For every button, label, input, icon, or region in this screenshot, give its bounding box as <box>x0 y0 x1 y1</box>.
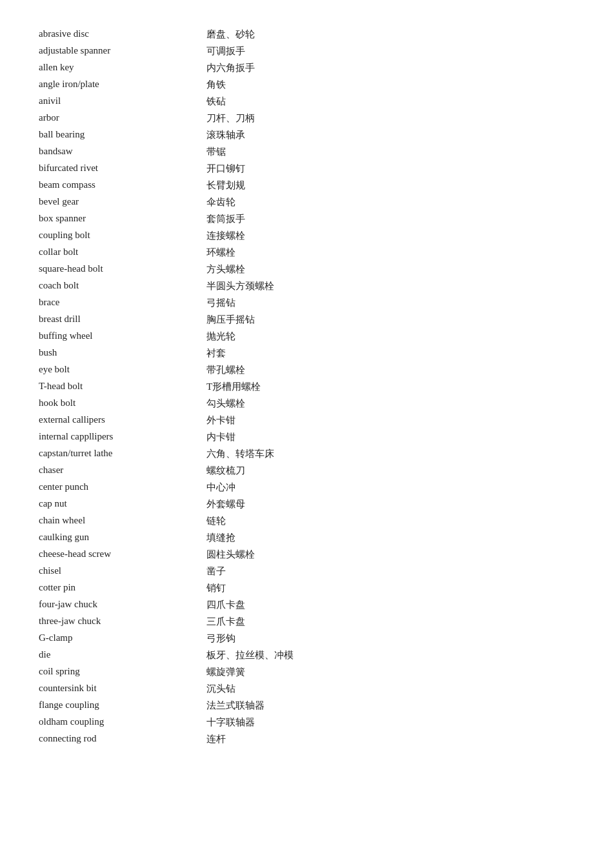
english-term: capstan/turret lathe <box>39 445 206 462</box>
english-term: abrasive disc <box>39 26 206 43</box>
english-term: cap nut <box>39 496 206 512</box>
list-item: die板牙、拉丝模、冲模 <box>39 647 574 663</box>
list-item: flange coupling法兰式联轴器 <box>39 697 574 714</box>
chinese-translation: 弓形钩 <box>206 630 574 647</box>
list-item: buffing wheel抛光轮 <box>39 328 574 345</box>
chinese-translation: 螺纹梳刀 <box>206 462 574 479</box>
english-term: allen key <box>39 59 206 76</box>
english-term: box spanner <box>39 210 206 227</box>
english-term: caulking gun <box>39 529 206 546</box>
chinese-translation: 外套螺母 <box>206 496 574 512</box>
list-item: cheese-head screw圆柱头螺栓 <box>39 546 574 563</box>
chinese-translation: 环螺栓 <box>206 244 574 261</box>
list-item: T-head boltT形槽用螺栓 <box>39 378 574 395</box>
english-term: arbor <box>39 110 206 126</box>
list-item: chisel凿子 <box>39 563 574 580</box>
list-item: coach bolt半圆头方颈螺栓 <box>39 278 574 294</box>
list-item: coupling bolt连接螺栓 <box>39 227 574 244</box>
list-item: arbor刀杆、刀柄 <box>39 110 574 126</box>
chinese-translation: 沉头钻 <box>206 680 574 697</box>
english-term: coach bolt <box>39 278 206 294</box>
chinese-translation: 连杆 <box>206 731 574 747</box>
english-term: brace <box>39 294 206 311</box>
list-item: anivil铁砧 <box>39 93 574 110</box>
list-item: ball bearing滚珠轴承 <box>39 126 574 143</box>
chinese-translation: 伞齿轮 <box>206 194 574 210</box>
english-term: hook bolt <box>39 395 206 412</box>
list-item: three-jaw chuck三爪卡盘 <box>39 613 574 630</box>
chinese-translation: 勾头螺栓 <box>206 395 574 412</box>
english-term: three-jaw chuck <box>39 613 206 630</box>
english-term: angle iron/plate <box>39 76 206 93</box>
list-item: box spanner套筒扳手 <box>39 210 574 227</box>
chinese-translation: 四爪卡盘 <box>206 596 574 613</box>
chinese-translation: 滚珠轴承 <box>206 126 574 143</box>
chinese-translation: 带孔螺栓 <box>206 361 574 378</box>
list-item: coil spring螺旋弹簧 <box>39 663 574 680</box>
english-term: eye bolt <box>39 361 206 378</box>
list-item: countersink bit沉头钻 <box>39 680 574 697</box>
chinese-translation: 长臂划规 <box>206 177 574 194</box>
chinese-translation: 方头螺栓 <box>206 261 574 278</box>
list-item: collar bolt环螺栓 <box>39 244 574 261</box>
list-item: bush衬套 <box>39 345 574 361</box>
english-term: coil spring <box>39 663 206 680</box>
chinese-translation: 十字联轴器 <box>206 714 574 731</box>
chinese-translation: 连接螺栓 <box>206 227 574 244</box>
list-item: four-jaw chuck四爪卡盘 <box>39 596 574 613</box>
chinese-translation: 弓摇钻 <box>206 294 574 311</box>
english-term: ball bearing <box>39 126 206 143</box>
english-term: bevel gear <box>39 194 206 210</box>
english-term: breast drill <box>39 311 206 328</box>
english-term: buffing wheel <box>39 328 206 345</box>
chinese-translation: 衬套 <box>206 345 574 361</box>
list-item: bifurcated rivet开口铆钉 <box>39 160 574 177</box>
chinese-translation: 螺旋弹簧 <box>206 663 574 680</box>
chinese-translation: 中心冲 <box>206 479 574 496</box>
list-item: oldham coupling十字联轴器 <box>39 714 574 731</box>
list-item: hook bolt勾头螺栓 <box>39 395 574 412</box>
chinese-translation: 抛光轮 <box>206 328 574 345</box>
chinese-translation: 法兰式联轴器 <box>206 697 574 714</box>
chinese-translation: 胸压手摇钻 <box>206 311 574 328</box>
english-term: coupling bolt <box>39 227 206 244</box>
english-term: anivil <box>39 93 206 110</box>
chinese-translation: 可调扳手 <box>206 43 574 59</box>
chinese-translation: 带锯 <box>206 143 574 160</box>
english-term: bush <box>39 345 206 361</box>
list-item: center punch中心冲 <box>39 479 574 496</box>
list-item: eye bolt带孔螺栓 <box>39 361 574 378</box>
chinese-translation: 板牙、拉丝模、冲模 <box>206 647 574 663</box>
chinese-translation: 三爪卡盘 <box>206 613 574 630</box>
english-term: external callipers <box>39 412 206 429</box>
list-item: cap nut外套螺母 <box>39 496 574 512</box>
list-item: breast drill胸压手摇钻 <box>39 311 574 328</box>
list-item: beam compass长臂划规 <box>39 177 574 194</box>
chinese-translation: 铁砧 <box>206 93 574 110</box>
list-item: abrasive disc磨盘、砂轮 <box>39 26 574 43</box>
list-item: capstan/turret lathe六角、转塔车床 <box>39 445 574 462</box>
list-item: bandsaw带锯 <box>39 143 574 160</box>
glossary-table: abrasive disc磨盘、砂轮adjustable spanner可调扳手… <box>39 26 574 747</box>
english-term: chisel <box>39 563 206 580</box>
list-item: bevel gear伞齿轮 <box>39 194 574 210</box>
list-item: square-head bolt方头螺栓 <box>39 261 574 278</box>
chinese-translation: 开口铆钉 <box>206 160 574 177</box>
list-item: G-clamp弓形钩 <box>39 630 574 647</box>
list-item: cotter pin销钉 <box>39 580 574 596</box>
list-item: internal cappllipers内卡钳 <box>39 429 574 445</box>
english-term: G-clamp <box>39 630 206 647</box>
list-item: connecting rod连杆 <box>39 731 574 747</box>
chinese-translation: 内卡钳 <box>206 429 574 445</box>
english-term: collar bolt <box>39 244 206 261</box>
english-term: cheese-head screw <box>39 546 206 563</box>
english-term: oldham coupling <box>39 714 206 731</box>
chinese-translation: 半圆头方颈螺栓 <box>206 278 574 294</box>
chinese-translation: T形槽用螺栓 <box>206 378 574 395</box>
chinese-translation: 圆柱头螺栓 <box>206 546 574 563</box>
list-item: chain wheel链轮 <box>39 512 574 529</box>
chinese-translation: 角铁 <box>206 76 574 93</box>
chinese-translation: 内六角扳手 <box>206 59 574 76</box>
chinese-translation: 外卡钳 <box>206 412 574 429</box>
english-term: cotter pin <box>39 580 206 596</box>
